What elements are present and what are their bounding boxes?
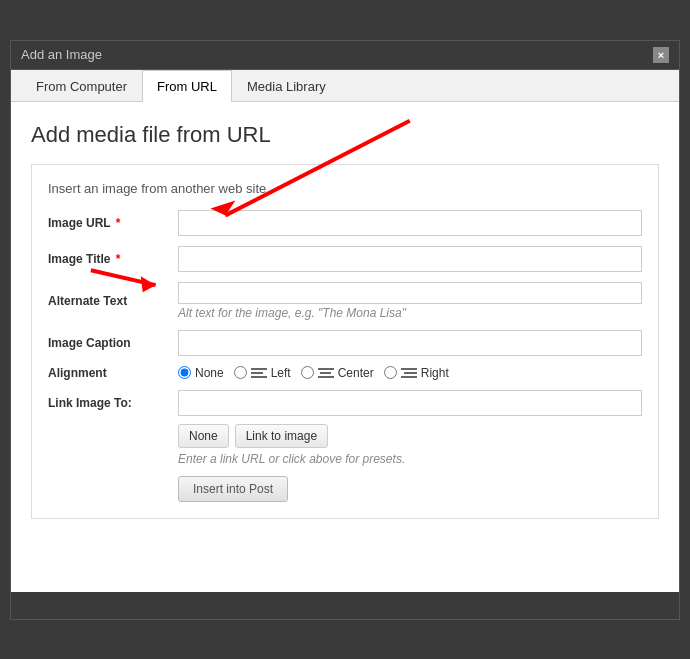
link-to-image-button[interactable]: Link to image — [235, 424, 328, 448]
none-button[interactable]: None — [178, 424, 229, 448]
dialog-title: Add an Image — [21, 47, 102, 62]
close-button[interactable]: × — [653, 47, 669, 63]
tab-media-library[interactable]: Media Library — [232, 70, 341, 102]
alternate-text-label: Alternate Text — [48, 294, 178, 308]
tab-from-url[interactable]: From URL — [142, 70, 232, 102]
link-buttons-row: None Link to image — [178, 424, 642, 448]
form-intro: Insert an image from another web site — [48, 181, 642, 196]
alignment-row: Alignment None Left — [48, 366, 642, 380]
align-center-option[interactable]: Center — [301, 366, 374, 380]
alternate-text-row: Alternate Text Alt text for the image, e… — [48, 282, 642, 320]
align-center-icon — [318, 368, 334, 378]
alt-text-col: Alt text for the image, e.g. "The Mona L… — [178, 282, 642, 320]
content-area: Add media file from URL Insert an image … — [11, 102, 679, 592]
image-caption-label: Image Caption — [48, 336, 178, 350]
image-url-input[interactable] — [178, 210, 642, 236]
alignment-options: None Left — [178, 366, 449, 380]
align-none-option[interactable]: None — [178, 366, 224, 380]
form-container: Insert an image from another web site Im… — [31, 164, 659, 519]
dialog-titlebar: Add an Image × — [11, 41, 679, 70]
link-image-to-row: Link Image To: — [48, 390, 642, 416]
align-left-radio[interactable] — [234, 366, 247, 379]
image-title-input[interactable] — [178, 246, 642, 272]
align-right-icon — [401, 368, 417, 378]
alternate-text-input[interactable] — [178, 282, 642, 304]
tab-bar: From Computer From URL Media Library — [11, 70, 679, 102]
image-title-label: Image Title * — [48, 252, 178, 266]
align-right-radio[interactable] — [384, 366, 397, 379]
align-left-option[interactable]: Left — [234, 366, 291, 380]
link-image-to-label: Link Image To: — [48, 396, 178, 410]
link-image-to-input[interactable] — [178, 390, 642, 416]
align-right-option[interactable]: Right — [384, 366, 449, 380]
link-hint: Enter a link URL or click above for pres… — [178, 452, 642, 466]
page-title: Add media file from URL — [31, 122, 659, 148]
align-left-icon — [251, 368, 267, 378]
image-caption-input[interactable] — [178, 330, 642, 356]
image-title-row: Image Title * — [48, 246, 642, 272]
align-center-radio[interactable] — [301, 366, 314, 379]
required-indicator-2: * — [116, 252, 121, 266]
alignment-label: Alignment — [48, 366, 178, 380]
align-none-radio[interactable] — [178, 366, 191, 379]
alt-text-hint: Alt text for the image, e.g. "The Mona L… — [178, 306, 642, 320]
image-url-row: Image URL * — [48, 210, 642, 236]
insert-into-post-button[interactable]: Insert into Post — [178, 476, 288, 502]
tab-from-computer[interactable]: From Computer — [21, 70, 142, 102]
required-indicator: * — [116, 216, 121, 230]
image-caption-row: Image Caption — [48, 330, 642, 356]
add-image-dialog: Add an Image × From Computer From URL Me… — [10, 40, 680, 620]
image-url-label: Image URL * — [48, 216, 178, 230]
